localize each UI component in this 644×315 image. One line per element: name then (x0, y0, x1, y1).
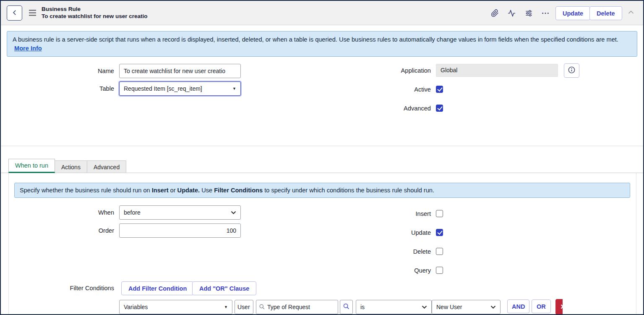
insert-label: Insert (309, 210, 431, 218)
condition-field-select[interactable]: Variables ▼ (119, 300, 232, 314)
personalize-form-sliders-icon[interactable] (522, 6, 535, 20)
operator-value: is (360, 304, 365, 310)
banner2-bold-filter-conditions: Filter Conditions (214, 187, 263, 194)
condition-value-select[interactable]: New User (432, 300, 501, 314)
order-label: Order (1, 223, 114, 238)
dropdown-triangle-icon: ▼ (224, 305, 228, 309)
add-or-clause-button[interactable]: Add "OR" Clause (192, 281, 256, 295)
application-readonly-field: Global (436, 64, 558, 77)
attachment-paperclip-icon[interactable] (488, 6, 501, 20)
delete-checkbox[interactable] (436, 248, 443, 255)
tab-when-to-run[interactable]: When to run (8, 159, 55, 173)
add-filter-condition-button[interactable]: Add Filter Condition (121, 281, 194, 295)
condition-ref-field-input[interactable] (235, 300, 253, 314)
tabstrip-line (1, 173, 643, 173)
chevron-down-icon (490, 305, 496, 309)
section-divider (1, 146, 643, 146)
table-select-value: Requested Item [sc_req_item] (124, 85, 202, 92)
chevron-left-icon (11, 9, 18, 17)
context-menu-icon[interactable] (29, 10, 37, 18)
table-label: Table (1, 81, 114, 96)
business-rule-form-page: Business Rule To create watchlist for ne… (0, 0, 644, 315)
condition-value: New User (436, 304, 462, 310)
chevron-down-icon (422, 305, 427, 309)
name-label: Name (1, 64, 114, 78)
business-rule-info-banner: A business rule is a server-side script … (7, 31, 637, 57)
info-banner-text: A business rule is a server-side script … (13, 36, 618, 43)
query-label: Query (309, 267, 431, 274)
form-tabs: When to run Actions Advanced (8, 159, 126, 173)
or-condition-button[interactable]: OR (532, 299, 551, 313)
activity-stream-icon[interactable] (505, 6, 518, 20)
table-select[interactable]: Requested Item [sc_req_item] ▼ (119, 81, 241, 96)
record-title-block: Business Rule To create watchlist for ne… (42, 5, 148, 20)
filter-conditions-label: Filter Conditions (1, 281, 114, 295)
when-to-run-info-banner: Specify whether the business rule should… (14, 183, 630, 198)
name-input[interactable] (119, 64, 241, 78)
banner2-text: to specify under which conditions the bu… (263, 187, 434, 194)
record-type-title: Business Rule (42, 5, 148, 13)
order-input[interactable] (119, 223, 241, 238)
advanced-checkbox[interactable] (436, 105, 443, 112)
insert-checkbox[interactable] (436, 210, 443, 217)
when-select-value: before (124, 209, 141, 216)
when-select[interactable]: before (119, 205, 241, 220)
update-checkbox[interactable] (436, 229, 443, 236)
banner2-text: Use (200, 187, 214, 194)
tab-advanced[interactable]: Advanced (87, 160, 126, 173)
banner2-text: Specify whether the business rule should… (20, 187, 152, 194)
collapse-chevron-up-icon[interactable] (627, 8, 635, 18)
tab-actions[interactable]: Actions (55, 160, 87, 173)
x-delete-icon: ✕ (555, 299, 563, 315)
header-bar: Business Rule To create watchlist for ne… (1, 1, 643, 25)
dropdown-triangle-icon: ▼ (232, 87, 236, 91)
condition-search-input[interactable] (256, 300, 338, 314)
more-options-ellipsis-icon[interactable] (539, 6, 552, 20)
active-checkbox[interactable] (436, 86, 443, 93)
when-label: When (1, 205, 114, 220)
active-label: Active (309, 86, 431, 93)
and-condition-button[interactable]: AND (507, 299, 529, 313)
condition-operator-select[interactable]: is (356, 300, 432, 314)
reference-lookup-button[interactable] (340, 300, 353, 314)
record-name-subtitle: To create watchlist for new user creatio (42, 13, 148, 20)
update-button[interactable]: Update (555, 6, 590, 20)
query-checkbox[interactable] (436, 267, 443, 274)
condition-field-value: Variables (124, 304, 148, 310)
update-checkbox-label: Update (309, 229, 431, 236)
delete-condition-x-button[interactable]: ✕ (555, 299, 563, 315)
back-button[interactable] (7, 5, 22, 21)
info-circle-icon (568, 66, 576, 75)
banner2-text: or (169, 187, 177, 194)
more-info-link[interactable]: More Info (14, 45, 42, 52)
delete-checkbox-label: Delete (309, 248, 431, 255)
application-label: Application (309, 63, 431, 78)
application-info-button[interactable] (564, 63, 579, 78)
chevron-down-icon (231, 211, 236, 214)
magnifier-icon (343, 303, 350, 311)
advanced-label: Advanced (309, 105, 431, 112)
banner2-bold-insert: Insert (152, 187, 169, 194)
delete-button[interactable]: Delete (589, 6, 622, 20)
banner2-bold-update: Update. (177, 187, 200, 194)
